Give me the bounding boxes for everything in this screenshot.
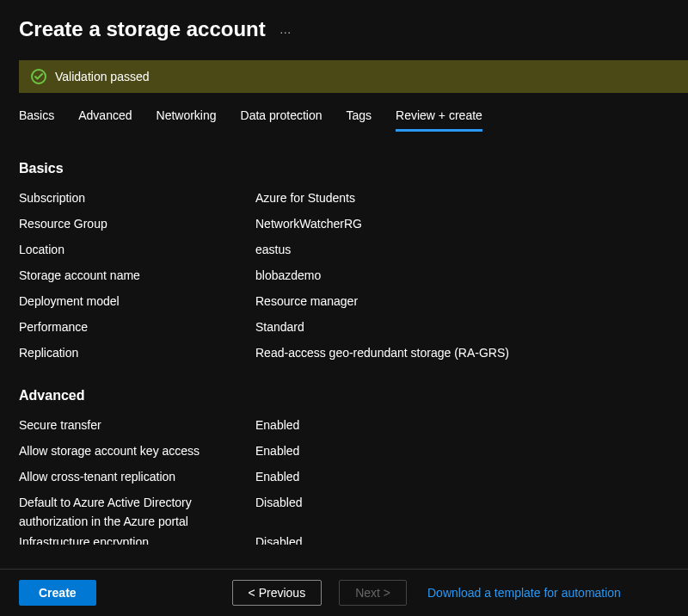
validation-message: Validation passed xyxy=(55,70,149,83)
previous-button[interactable]: < Previous xyxy=(232,580,322,606)
tab-data-protection[interactable]: Data protection xyxy=(241,108,322,132)
review-row: Default to Azure Active Directory author… xyxy=(19,493,669,531)
page-title: Create a storage account xyxy=(19,17,266,41)
review-label: Allow storage account key access xyxy=(19,441,255,460)
review-label: Replication xyxy=(19,343,255,362)
review-row: Resource Group NetworkWatcherRG xyxy=(19,214,669,238)
review-row: Location eastus xyxy=(19,240,669,264)
download-template-link[interactable]: Download a template for automation xyxy=(427,586,621,600)
success-check-icon xyxy=(31,69,46,84)
review-value: eastus xyxy=(255,240,669,259)
review-label: Deployment model xyxy=(19,292,255,311)
review-label: Performance xyxy=(19,317,255,336)
review-value: blobazdemo xyxy=(255,266,669,285)
review-row: Secure transfer Enabled xyxy=(19,416,669,440)
review-value: NetworkWatcherRG xyxy=(255,214,669,233)
wizard-footer: Create < Previous Next > Download a temp… xyxy=(0,569,688,616)
review-label: Location xyxy=(19,240,255,259)
section-title-advanced: Advanced xyxy=(19,388,669,403)
review-content: Basics Subscription Azure for Students R… xyxy=(0,132,688,545)
more-actions-button[interactable]: … xyxy=(280,22,293,36)
review-label: Secure transfer xyxy=(19,416,255,434)
tab-basics[interactable]: Basics xyxy=(19,108,54,132)
review-row: Allow storage account key access Enabled xyxy=(19,441,669,465)
page-header: Create a storage account … xyxy=(0,0,688,50)
wizard-tabs: Basics Advanced Networking Data protecti… xyxy=(0,93,688,132)
review-label: Resource Group xyxy=(19,214,255,233)
review-row: Deployment model Resource manager xyxy=(19,292,669,316)
create-button[interactable]: Create xyxy=(19,580,96,606)
review-value: Enabled xyxy=(255,416,669,434)
tab-advanced[interactable]: Advanced xyxy=(78,108,132,132)
tab-networking[interactable]: Networking xyxy=(157,108,217,132)
review-label: Storage account name xyxy=(19,266,255,285)
review-value: Resource manager xyxy=(255,292,669,311)
review-value: Enabled xyxy=(255,467,669,486)
section-title-basics: Basics xyxy=(19,161,669,176)
review-value: Standard xyxy=(255,317,669,336)
review-row: Infrastructure encryption Disabled xyxy=(19,533,669,545)
review-value: Disabled xyxy=(255,493,669,512)
review-row: Replication Read-access geo-redundant st… xyxy=(19,343,669,367)
review-label: Subscription xyxy=(19,188,255,207)
review-row: Storage account name blobazdemo xyxy=(19,266,669,290)
tab-tags[interactable]: Tags xyxy=(347,108,372,132)
review-label: Infrastructure encryption xyxy=(19,533,255,545)
review-value: Enabled xyxy=(255,441,669,460)
review-row: Allow cross-tenant replication Enabled xyxy=(19,467,669,491)
tab-review-create[interactable]: Review + create xyxy=(396,108,482,132)
validation-banner: Validation passed xyxy=(19,60,688,93)
review-row: Subscription Azure for Students xyxy=(19,188,669,213)
review-value: Azure for Students xyxy=(255,188,669,207)
review-row: Performance Standard xyxy=(19,317,669,342)
review-value: Disabled xyxy=(255,533,669,545)
review-value: Read-access geo-redundant storage (RA-GR… xyxy=(255,343,669,362)
review-label: Default to Azure Active Directory author… xyxy=(19,493,255,531)
next-button: Next > xyxy=(339,580,407,606)
review-label: Allow cross-tenant replication xyxy=(19,467,255,486)
